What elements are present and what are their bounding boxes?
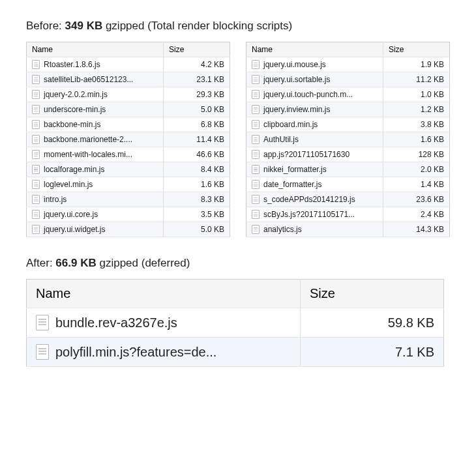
file-icon [32, 105, 40, 114]
after-prefix: After: [26, 257, 55, 269]
before-suffix: gzipped (Total render blocking scripts) [102, 20, 292, 32]
table-row[interactable]: s_codeAPPds20141219.js23.6 KB [246, 192, 450, 207]
file-name: satelliteLib-ae06512123... [44, 75, 133, 84]
file-icon [252, 150, 260, 159]
before-tables: Name Size Rtoaster.1.8.6.js4.2 KBsatelli… [26, 42, 450, 237]
file-size-cell: 3.5 KB [164, 207, 230, 222]
file-name: jquery-2.0.2.min.js [44, 90, 108, 99]
file-name-cell: Rtoaster.1.8.6.js [27, 57, 164, 72]
table-row[interactable]: jquery.inview.min.js1.2 KB [246, 102, 450, 117]
file-name: jquery.ui.sortable.js [263, 75, 331, 84]
file-name: AuthUtil.js [263, 135, 299, 144]
file-size-cell: 8.3 KB [164, 192, 230, 207]
file-size-cell: 29.3 KB [164, 87, 230, 102]
table-row[interactable]: jquery-2.0.2.min.js29.3 KB [27, 87, 230, 102]
file-icon [32, 180, 40, 189]
table-row[interactable]: polyfill.min.js?features=de...7.1 KB [27, 338, 444, 367]
file-name-cell: jquery.ui.sortable.js [246, 72, 383, 87]
table-row[interactable]: jquery.ui.mouse.js1.9 KB [246, 57, 450, 72]
file-name-cell: backbone-min.js [27, 117, 164, 132]
table-row[interactable]: scByJs.js?20171105171...2.4 KB [246, 207, 450, 222]
file-name: app.js?20171105171630 [263, 150, 350, 159]
file-name-cell: clipboard.min.js [246, 117, 383, 132]
file-icon [32, 195, 40, 204]
file-name-cell: jquery.ui.mouse.js [246, 57, 383, 72]
after-caption: After: 66.9 KB gzipped (deferred) [26, 257, 450, 270]
col-name[interactable]: Name [246, 42, 383, 57]
table-row[interactable]: app.js?20171105171630128 KB [246, 147, 450, 162]
table-row[interactable]: backbone-min.js6.8 KB [27, 117, 230, 132]
file-icon [32, 165, 40, 174]
file-icon [252, 120, 260, 129]
file-name-cell: intro.js [27, 192, 164, 207]
file-name: localforage.min.js [44, 165, 104, 174]
table-row[interactable]: backbone.marionette-2....11.4 KB [27, 132, 230, 147]
file-name: clipboard.min.js [263, 120, 318, 129]
file-name-cell: bundle.rev-a3267e.js [27, 308, 301, 338]
table-row[interactable]: bundle.rev-a3267e.js59.8 KB [27, 308, 444, 338]
table-row[interactable]: jquery.ui.widget.js5.0 KB [27, 222, 230, 237]
file-name: analytics.js [263, 225, 302, 234]
table-row[interactable]: AuthUtil.js1.6 KB [246, 132, 450, 147]
table-row[interactable]: moment-with-locales.mi...46.6 KB [27, 147, 230, 162]
file-name-cell: jquery-2.0.2.min.js [27, 87, 164, 102]
file-name-cell: nikkei_formatter.js [246, 162, 383, 177]
table-row[interactable]: satelliteLib-ae06512123...23.1 KB [27, 72, 230, 87]
file-name-cell: jquery.ui.touch-punch.m... [246, 87, 383, 102]
file-size-cell: 1.6 KB [164, 177, 230, 192]
file-name-cell: jquery.inview.min.js [246, 102, 383, 117]
file-size-cell: 4.2 KB [164, 57, 230, 72]
file-size-cell: 11.2 KB [383, 72, 450, 87]
table-row[interactable]: intro.js8.3 KB [27, 192, 230, 207]
table-row[interactable]: jquery.ui.core.js3.5 KB [27, 207, 230, 222]
file-icon [32, 225, 40, 234]
file-name-cell: jquery.ui.widget.js [27, 222, 164, 237]
col-size[interactable]: Size [164, 42, 230, 57]
file-size-cell: 2.0 KB [383, 162, 450, 177]
before-left-table: Name Size Rtoaster.1.8.6.js4.2 KBsatelli… [26, 42, 230, 237]
file-size-cell: 1.9 KB [383, 57, 450, 72]
file-icon [32, 75, 40, 84]
file-name: intro.js [44, 195, 67, 204]
file-icon [252, 60, 260, 69]
file-name: jquery.ui.touch-punch.m... [263, 90, 353, 99]
before-prefix: Before: [26, 20, 65, 32]
table-row[interactable]: jquery.ui.touch-punch.m...1.0 KB [246, 87, 450, 102]
file-icon [36, 315, 49, 330]
file-size-cell: 59.8 KB [301, 308, 444, 338]
file-size-cell: 6.8 KB [164, 117, 230, 132]
file-name-cell: satelliteLib-ae06512123... [27, 72, 164, 87]
table-row[interactable]: loglevel.min.js1.6 KB [27, 177, 230, 192]
table-row[interactable]: localforage.min.js8.4 KB [27, 162, 230, 177]
table-row[interactable]: jquery.ui.sortable.js11.2 KB [246, 72, 450, 87]
file-size-cell: 14.3 KB [383, 222, 450, 237]
table-row[interactable]: clipboard.min.js3.8 KB [246, 117, 450, 132]
table-row[interactable]: date_formatter.js1.4 KB [246, 177, 450, 192]
col-size[interactable]: Size [301, 280, 444, 308]
file-size-cell: 7.1 KB [301, 338, 444, 367]
file-icon [252, 75, 260, 84]
table-row[interactable]: nikkei_formatter.js2.0 KB [246, 162, 450, 177]
table-row[interactable]: underscore-min.js5.0 KB [27, 102, 230, 117]
file-name: polyfill.min.js?features=de... [55, 345, 216, 360]
file-name-cell: analytics.js [246, 222, 383, 237]
file-size-cell: 8.4 KB [164, 162, 230, 177]
file-name: jquery.ui.core.js [44, 210, 98, 219]
col-size[interactable]: Size [383, 42, 450, 57]
table-row[interactable]: analytics.js14.3 KB [246, 222, 450, 237]
file-size-cell: 3.8 KB [383, 117, 450, 132]
before-right-table: Name Size jquery.ui.mouse.js1.9 KBjquery… [246, 42, 450, 237]
file-icon [32, 150, 40, 159]
file-icon [32, 60, 40, 69]
col-name[interactable]: Name [27, 42, 164, 57]
file-icon [32, 120, 40, 129]
col-name[interactable]: Name [27, 280, 301, 308]
file-icon [252, 105, 260, 114]
file-name: nikkei_formatter.js [263, 165, 327, 174]
table-row[interactable]: Rtoaster.1.8.6.js4.2 KB [27, 57, 230, 72]
file-name-cell: app.js?20171105171630 [246, 147, 383, 162]
file-name: backbone.marionette-2.... [44, 135, 132, 144]
file-name: underscore-min.js [44, 105, 106, 114]
file-name-cell: loglevel.min.js [27, 177, 164, 192]
file-size-cell: 1.6 KB [383, 132, 450, 147]
